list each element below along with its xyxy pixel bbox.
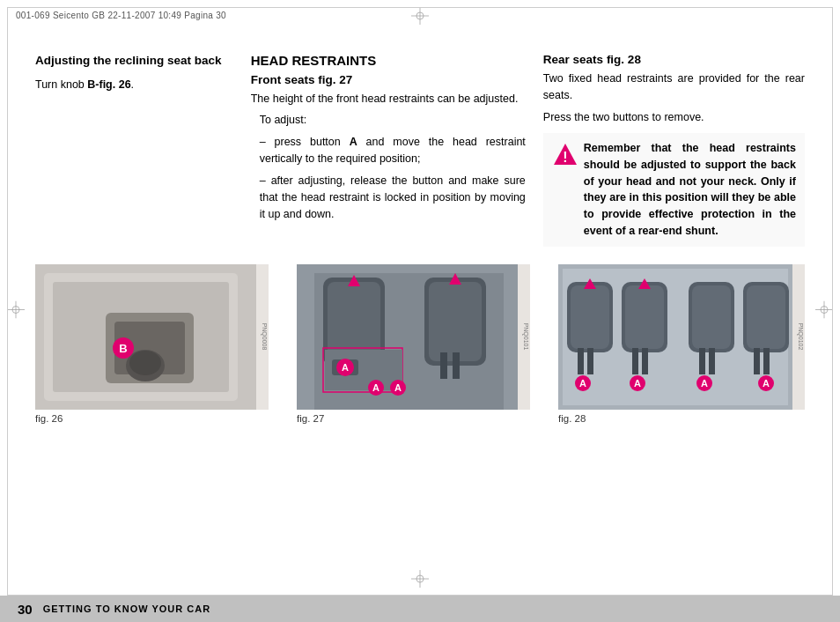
svg-rect-64: [709, 348, 715, 374]
svg-point-21: [129, 351, 161, 375]
svg-rect-59: [632, 348, 638, 374]
svg-rect-63: [699, 348, 705, 374]
svg-text:A: A: [763, 378, 770, 389]
text-section: Adjusting the reclining seat back Turn k…: [26, 35, 814, 255]
content-area: Adjusting the reclining seat back Turn k…: [26, 35, 814, 574]
svg-text:A: A: [634, 378, 641, 389]
warning-box: ! Remember that the head restraints shou…: [543, 133, 805, 247]
svg-text:PNQ0102: PNQ0102: [797, 322, 804, 350]
page-section-title: GETTING TO KNOW YOUR CAR: [43, 603, 210, 614]
col-middle: HEAD RESTRAINTS Front seats fig. 27 The …: [251, 53, 543, 247]
svg-text:PNQ0101: PNQ0101: [522, 322, 529, 350]
figure-28-label: fig. 28: [558, 413, 586, 424]
right-para2: Press the two buttons to remove.: [543, 109, 805, 126]
figures-section: B PNQ0008 fig. 26: [26, 255, 814, 424]
figure-28-wrapper: A A A A PNQ0102: [558, 264, 805, 410]
svg-rect-35: [440, 352, 447, 379]
middle-para2: To adjust:: [260, 112, 526, 129]
bottom-bar: 30 GETTING TO KNOW YOUR CAR: [0, 596, 840, 622]
left-title: Adjusting the reclining seat back: [35, 53, 233, 70]
figure-27-svg: A A A PNQ0101: [297, 264, 530, 410]
svg-text:A: A: [701, 378, 708, 389]
svg-rect-36: [453, 352, 460, 379]
figure-26-svg: B PNQ0008: [35, 264, 269, 410]
middle-subtitle: Front seats fig. 27: [251, 73, 526, 86]
svg-text:PNQ0008: PNQ0008: [261, 322, 268, 350]
middle-para3: – press button A and move the head restr…: [260, 134, 526, 168]
middle-para4: – after adjusting, release the button an…: [260, 173, 526, 224]
figure-26-container: B PNQ0008 fig. 26: [35, 264, 269, 424]
figure-28-svg: A A A A PNQ0102: [558, 264, 805, 410]
col-left: Adjusting the reclining seat back Turn k…: [35, 53, 251, 247]
svg-rect-34: [429, 282, 482, 361]
col-right: Rear seats fig. 28 Two fixed head restra…: [543, 53, 805, 247]
figure-27-wrapper: A A A PNQ0101: [297, 264, 530, 410]
svg-text:A: A: [579, 378, 586, 389]
left-body-bold: B-fig. 26: [87, 78, 130, 91]
warning-icon: !: [552, 142, 577, 167]
svg-rect-30: [328, 282, 380, 361]
svg-rect-58: [625, 285, 664, 349]
svg-rect-66: [747, 285, 785, 349]
right-para1: Two fixed head restraints are provided f…: [543, 70, 805, 105]
page-number: 30: [18, 602, 33, 617]
middle-para1: The height of the front head restraints …: [251, 91, 526, 107]
svg-rect-55: [578, 348, 584, 374]
svg-rect-67: [754, 348, 760, 374]
left-body: Turn knob B-fig. 26.: [35, 77, 233, 93]
svg-text:A: A: [342, 362, 349, 373]
figure-26-label: fig. 26: [35, 413, 63, 424]
figure-28-container: A A A A PNQ0102 fig. 28: [558, 264, 805, 424]
middle-title: HEAD RESTRAINTS: [251, 53, 526, 68]
middle-para3-bold: A: [350, 136, 357, 148]
svg-text:B: B: [119, 342, 127, 355]
right-subtitle: Rear seats fig. 28: [543, 53, 805, 66]
svg-rect-60: [642, 348, 648, 374]
svg-text:A: A: [372, 382, 379, 393]
svg-rect-62: [692, 285, 731, 349]
svg-rect-54: [571, 285, 609, 349]
svg-text:A: A: [394, 382, 402, 393]
svg-text:!: !: [563, 150, 567, 165]
figure-27-label: fig. 27: [297, 413, 324, 424]
figure-27-container: A A A PNQ0101 fig. 27: [297, 264, 530, 424]
warning-text: Remember that the head restraints should…: [584, 140, 796, 240]
svg-rect-68: [763, 348, 770, 374]
svg-rect-56: [587, 348, 593, 374]
figure-26-wrapper: B PNQ0008: [35, 264, 269, 410]
